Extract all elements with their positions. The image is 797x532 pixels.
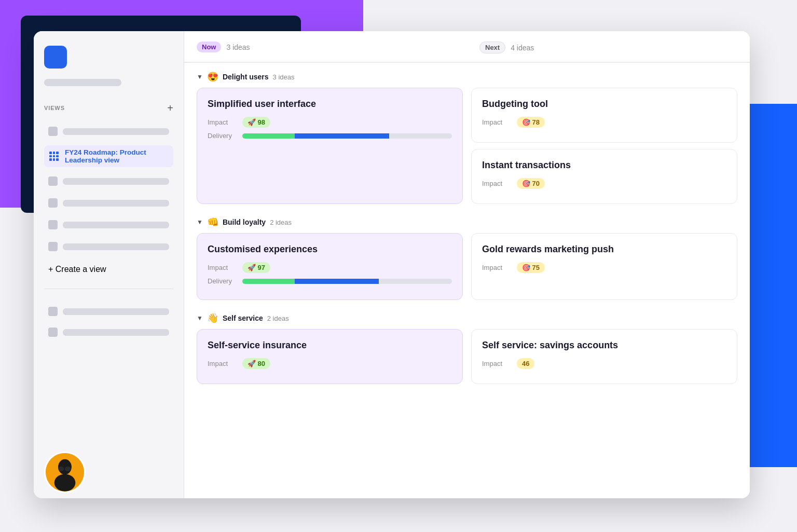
bottom-bar-1: [63, 308, 169, 315]
bottom-icon-2: [48, 328, 58, 337]
impact-field-instant: Impact 🎯 70: [482, 178, 726, 189]
impact-label-customised: Impact: [208, 264, 236, 271]
now-column-header: Now 3 ideas: [184, 31, 467, 63]
sidebar-icon-5: [48, 242, 58, 251]
card-title-insurance: Self-service insurance: [208, 340, 452, 351]
sidebar-bar-5: [63, 243, 169, 250]
impact-label-gold: Impact: [482, 264, 511, 271]
sidebar-item-1[interactable]: [44, 124, 173, 139]
sidebar-item-2[interactable]: [44, 173, 173, 189]
self-service-emoji: 👋: [207, 312, 218, 324]
grid-icon: [48, 151, 60, 162]
sidebar-icon-4: [48, 220, 58, 229]
delivery-field-customised: Delivery: [208, 277, 452, 285]
card-simplified-ui[interactable]: Simplified user interface Impact 🚀 98 De…: [197, 88, 463, 204]
loyalty-group-count: 2 ideas: [270, 219, 292, 226]
sidebar-item-5[interactable]: [44, 239, 173, 254]
impact-badge-simplified: 🚀 98: [242, 117, 270, 128]
columns-header: Now 3 ideas Next 4 ideas: [184, 31, 750, 63]
impact-badge-instant: 🎯 70: [517, 178, 545, 189]
delivery-label-simplified: Delivery: [208, 132, 236, 140]
delivery-bar-simplified: [242, 133, 452, 139]
impact-badge-insurance: 🚀 80: [242, 358, 270, 369]
sidebar-bar-2: [63, 178, 169, 185]
delivery-field-simplified: Delivery: [208, 132, 452, 140]
impact-label-instant: Impact: [482, 180, 511, 187]
main-content[interactable]: Now 3 ideas Next 4 ideas ▼ 😍 Delight use…: [184, 31, 750, 498]
card-budgeting-tool[interactable]: Budgeting tool Impact 🎯 78: [471, 88, 737, 143]
avatar[interactable]: [44, 452, 86, 493]
chevron-down-icon-3: ▼: [197, 315, 203, 322]
now-count: 3 ideas: [226, 43, 250, 51]
delivery-label-customised: Delivery: [208, 277, 236, 285]
sidebar-active-item[interactable]: FY24 Roadmap: Product Leadership view: [44, 145, 173, 167]
svg-point-3: [58, 467, 64, 471]
sidebar-bottom-items: [44, 304, 173, 340]
app-logo: [44, 46, 67, 69]
now-tag: Now: [197, 42, 221, 52]
avatar-bg: [46, 453, 84, 492]
delivery-bar-customised: [242, 279, 452, 284]
impact-label-simplified: Impact: [208, 118, 236, 126]
card-instant-transactions[interactable]: Instant transactions Impact 🎯 70: [471, 149, 737, 204]
create-view-label: + Create a view: [48, 265, 106, 274]
impact-badge-savings: 46: [517, 358, 534, 369]
svg-point-4: [65, 467, 71, 471]
group-delight-users-header[interactable]: ▼ 😍 Delight users 3 ideas: [190, 63, 744, 88]
sidebar-placeholder-1: [44, 79, 121, 86]
card-savings-accounts[interactable]: Self service: savings accounts Impact 46: [471, 329, 737, 384]
sidebar-bar-4: [63, 222, 169, 228]
impact-field-customised: Impact 🚀 97: [208, 262, 452, 273]
roadmap-body: ▼ 😍 Delight users 3 ideas Simplified use…: [184, 63, 750, 399]
card-title-simplified-ui: Simplified user interface: [208, 99, 452, 110]
sidebar-icon-1: [48, 127, 58, 136]
views-label: VIEWS: [44, 105, 65, 111]
impact-label-budgeting: Impact: [482, 118, 511, 126]
group-self-service-header[interactable]: ▼ 👋 Self service 2 ideas: [190, 304, 744, 329]
active-item-label: FY24 Roadmap: Product Leadership view: [65, 148, 169, 164]
delight-cards-row: Simplified user interface Impact 🚀 98 De…: [190, 88, 744, 204]
next-column-header: Next 4 ideas: [467, 31, 750, 63]
card-customised-exp[interactable]: Customised experiences Impact 🚀 97 Deliv…: [197, 233, 463, 300]
chevron-down-icon-2: ▼: [197, 219, 203, 226]
svg-point-2: [54, 474, 76, 491]
create-view-button[interactable]: + Create a view: [44, 261, 173, 278]
delight-group-count: 3 ideas: [273, 73, 295, 81]
next-count: 4 ideas: [511, 44, 534, 52]
sidebar: VIEWS + FY24 Roadmap: Product Leadership…: [34, 31, 184, 498]
impact-field-gold: Impact 🎯 75: [482, 262, 726, 273]
impact-badge-customised: 🚀 97: [242, 262, 270, 273]
sidebar-icon-2: [48, 176, 58, 186]
impact-field-simplified: Impact 🚀 98: [208, 117, 452, 128]
self-service-group-name: Self service: [223, 314, 263, 322]
add-view-button[interactable]: +: [167, 103, 173, 113]
card-gold-rewards[interactable]: Gold rewards marketing push Impact 🎯 75: [471, 233, 737, 300]
card-title-instant: Instant transactions: [482, 160, 726, 171]
sidebar-bottom-item-1[interactable]: [44, 304, 173, 319]
sidebar-bottom-item-2[interactable]: [44, 324, 173, 340]
delight-emoji: 😍: [207, 71, 218, 83]
card-self-service-insurance[interactable]: Self-service insurance Impact 🚀 80: [197, 329, 463, 384]
loyalty-cards-row: Customised experiences Impact 🚀 97 Deliv…: [190, 233, 744, 300]
main-window: VIEWS + FY24 Roadmap: Product Leadership…: [34, 31, 750, 498]
card-title-customised: Customised experiences: [208, 244, 452, 255]
impact-badge-budgeting: 🎯 78: [517, 117, 545, 128]
loyalty-group-name: Build loyalty: [223, 218, 266, 226]
delight-group-name: Delight users: [223, 73, 269, 81]
sidebar-divider: [44, 289, 173, 289]
sidebar-item-3[interactable]: [44, 195, 173, 211]
bottom-icon-1: [48, 307, 58, 316]
sidebar-icon-3: [48, 198, 58, 208]
next-delight-cards: Budgeting tool Impact 🎯 78 Instant trans…: [471, 88, 737, 204]
impact-field-budgeting: Impact 🎯 78: [482, 117, 726, 128]
views-header: VIEWS +: [44, 103, 173, 113]
sidebar-bar-3: [63, 200, 169, 207]
impact-field-savings: Impact 46: [482, 358, 726, 369]
sidebar-bar-1: [63, 128, 169, 135]
card-title-budgeting: Budgeting tool: [482, 99, 726, 110]
group-build-loyalty-header[interactable]: ▼ 👊 Build loyalty 2 ideas: [190, 208, 744, 233]
impact-field-insurance: Impact 🚀 80: [208, 358, 452, 369]
loyalty-emoji: 👊: [207, 216, 218, 228]
sidebar-item-4[interactable]: [44, 217, 173, 233]
card-title-savings: Self service: savings accounts: [482, 340, 726, 351]
